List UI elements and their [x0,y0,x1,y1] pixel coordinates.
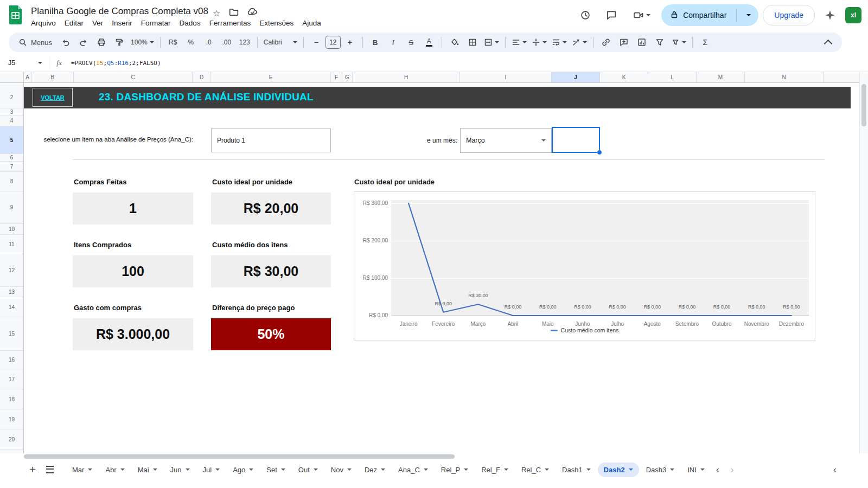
sheet-tab-dez[interactable]: Dez [359,463,391,477]
row-header-8[interactable]: 8 [0,172,23,191]
row-header-6[interactable]: 6 [0,154,23,162]
vertical-align-button[interactable] [529,35,549,49]
sheet-tab-ana-c[interactable]: Ana_C [392,463,434,477]
row-header-9[interactable]: 9 [0,191,23,224]
redo-button[interactable] [75,35,92,49]
sheet-tab-jun[interactable]: Jun [164,463,196,477]
user-avatar[interactable]: xl [845,7,861,23]
column-header-N[interactable]: N [745,72,824,82]
column-header-D[interactable]: D [193,72,211,82]
row-header-2[interactable]: 2 [0,87,23,108]
sheet-tab-caret-icon[interactable] [281,468,285,471]
bold-button[interactable]: B [367,35,384,49]
sheet-tab-abr[interactable]: Abr [99,463,130,477]
sheet-tab-caret-icon[interactable] [545,468,549,471]
dashboard-card-gasto-com-compras[interactable]: R$ 3.000,00 [73,318,193,350]
insert-comment-button[interactable] [615,35,633,49]
text-rotate-button[interactable] [570,35,589,49]
sheets-logo-icon[interactable] [8,5,23,27]
menu-arquivo[interactable]: Arquivo [27,17,60,29]
undo-button[interactable] [57,35,74,49]
column-header-M[interactable]: M [697,72,745,82]
sheet-tab-caret-icon[interactable] [120,468,125,471]
sheet-tab-out[interactable]: Out [292,463,324,477]
sheet-tab-caret-icon[interactable] [670,468,674,471]
menu-dados[interactable]: Dados [175,17,205,29]
print-button[interactable] [93,35,110,49]
functions-button[interactable]: Σ [697,35,714,49]
column-header-I[interactable]: I [460,72,552,82]
menu-inserir[interactable]: Inserir [107,17,137,29]
meet-button[interactable] [627,4,657,26]
decrease-decimals-button[interactable]: .0 [200,35,218,49]
gemini-sparkle-icon[interactable] [819,4,841,26]
dashboard-card-diferenca-do-preco-pago[interactable]: 50% [211,318,331,350]
zoom-select[interactable]: 100% [129,35,156,49]
dashboard-card-custo-medio-dos-itens[interactable]: R$ 30,00 [211,255,331,287]
menu-ver[interactable]: Ver [88,17,107,29]
increase-decimals-button[interactable]: .00 [218,35,235,49]
dashboard-card-itens-comprados[interactable]: 100 [73,255,193,287]
sheet-tab-caret-icon[interactable] [700,468,705,471]
row-header-15[interactable]: 15 [0,317,23,351]
currency-format-button[interactable]: R$ [164,35,182,49]
sheet-tab-caret-icon[interactable] [381,468,385,471]
column-header-C[interactable]: C [74,72,193,82]
create-filter-button[interactable] [651,35,668,49]
italic-button[interactable]: I [385,35,402,49]
sheet-tab-caret-icon[interactable] [215,468,220,471]
insert-chart-button[interactable] [633,35,650,49]
strikethrough-button[interactable]: S [403,35,420,49]
sheet-tab-dash2[interactable]: Dash2 [598,463,639,477]
insert-link-button[interactable] [597,35,615,49]
sheet-tab-mar[interactable]: Mar [66,463,98,477]
sheet-tab-dash1[interactable]: Dash1 [556,463,597,477]
sheet-tab-caret-icon[interactable] [464,468,468,471]
item-input-cell[interactable]: Produto 1 [211,129,331,152]
sheet-tab-jul[interactable]: Jul [197,463,226,477]
selected-cell-J5[interactable] [552,127,600,153]
row-header-4[interactable]: 4 [0,115,23,126]
all-sheets-button[interactable] [41,461,59,478]
comments-button[interactable] [601,4,622,26]
row-header-12[interactable]: 12 [0,254,23,287]
sheet-tab-ago[interactable]: Ago [227,463,259,477]
row-header-14[interactable]: 14 [0,297,23,317]
row-header-18[interactable]: 18 [0,389,23,409]
star-icon[interactable]: ☆ [213,8,220,18]
collapse-toolbar-button[interactable] [819,35,837,49]
sheet-tab-rel-c[interactable]: Rel_C [515,463,555,477]
row-header-19[interactable]: 19 [0,409,23,429]
sheet-tab-caret-icon[interactable] [186,468,190,471]
filter-views-button[interactable] [669,35,688,49]
name-box[interactable]: J5 [0,59,48,67]
column-header-K[interactable]: K [600,72,648,82]
formula-text[interactable]: =PROCV(I5;Q5:R16;2;FALSO) [71,60,161,67]
sheet-tab-caret-icon[interactable] [629,468,633,471]
toolbar-search[interactable]: Menus [14,35,56,49]
back-button[interactable]: VOLTAR [33,88,73,107]
column-header-A[interactable]: A [24,72,31,82]
menu-ajuda[interactable]: Ajuda [298,17,326,29]
column-header-L[interactable]: L [648,72,697,82]
fill-handle[interactable] [597,150,602,155]
font-size-input[interactable]: 12 [326,36,341,49]
borders-button[interactable] [464,35,481,49]
sheet-tab-nov[interactable]: Nov [325,463,358,477]
vertical-scrollbar-thumb[interactable] [861,84,866,126]
horizontal-scrollbar[interactable] [24,454,455,459]
text-wrap-button[interactable] [550,35,569,49]
row-header-16[interactable]: 16 [0,351,23,369]
vertical-scrollbar[interactable] [859,72,868,453]
tabs-scroll-end-icon[interactable]: ‹ [828,464,842,476]
percent-format-button[interactable]: % [182,35,200,49]
horizontal-align-button[interactable] [509,35,529,49]
more-formats-button[interactable]: 123 [236,35,253,49]
column-header-B[interactable]: B [31,72,74,82]
column-header-H[interactable]: H [353,72,460,82]
sheet-tab-caret-icon[interactable] [347,468,352,471]
text-color-button[interactable]: A [420,35,438,49]
decrease-font-button[interactable]: − [308,35,325,49]
sheet-tab-set[interactable]: Set [260,463,291,477]
add-sheet-button[interactable]: + [24,461,41,478]
